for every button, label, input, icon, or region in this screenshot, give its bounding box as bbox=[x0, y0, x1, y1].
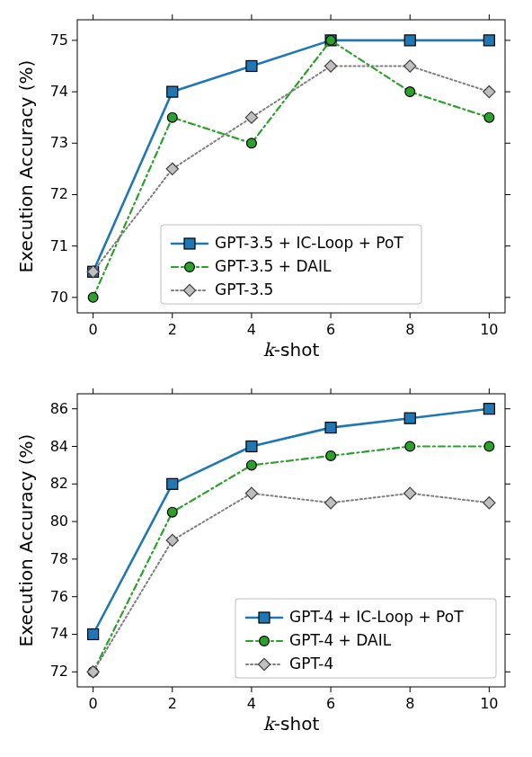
y-tick-label: 76 bbox=[50, 588, 68, 605]
x-tick-label: 0 bbox=[89, 321, 98, 338]
chart-bottom: 72747678808284860246810Execution Accurac… bbox=[13, 381, 519, 741]
x-tick-label: 0 bbox=[89, 695, 98, 712]
svg-rect-74 bbox=[246, 441, 257, 452]
svg-point-81 bbox=[326, 451, 336, 461]
y-axis-label: Execution Accuracy (%) bbox=[15, 60, 37, 273]
svg-rect-72 bbox=[88, 628, 99, 639]
svg-point-35 bbox=[405, 87, 415, 97]
svg-rect-26 bbox=[167, 86, 178, 97]
svg-rect-77 bbox=[483, 404, 494, 414]
svg-point-32 bbox=[167, 112, 177, 122]
x-tick-label: 4 bbox=[247, 695, 256, 712]
y-tick-label: 78 bbox=[50, 550, 68, 567]
svg-rect-27 bbox=[246, 60, 257, 71]
svg-rect-76 bbox=[404, 413, 415, 423]
legend-label: GPT-3.5 + IC-Loop + PoT bbox=[215, 234, 403, 252]
svg-rect-29 bbox=[404, 35, 415, 46]
svg-point-31 bbox=[88, 292, 98, 302]
x-tick-label: 10 bbox=[480, 321, 498, 338]
chart-svg: 72747678808284860246810Execution Accurac… bbox=[13, 381, 519, 741]
y-tick-label: 75 bbox=[50, 31, 68, 49]
svg-point-79 bbox=[167, 507, 177, 517]
svg-point-88 bbox=[260, 637, 270, 646]
y-tick-label: 86 bbox=[50, 400, 68, 417]
y-tick-label: 73 bbox=[50, 134, 68, 151]
y-tick-label: 80 bbox=[50, 512, 68, 530]
legend-label: GPT-4 + IC-Loop + PoT bbox=[289, 608, 464, 626]
y-tick-label: 74 bbox=[50, 625, 68, 642]
x-tick-label: 10 bbox=[480, 695, 498, 712]
x-tick-label: 8 bbox=[405, 321, 414, 338]
svg-point-41 bbox=[185, 263, 195, 272]
svg-point-82 bbox=[405, 441, 415, 451]
svg-rect-86 bbox=[259, 612, 270, 623]
svg-point-83 bbox=[484, 441, 494, 451]
page: 7071727374750246810Execution Accuracy (%… bbox=[0, 0, 532, 757]
y-tick-label: 74 bbox=[50, 83, 68, 100]
legend-label: GPT-3.5 + DAIL bbox=[215, 257, 332, 275]
x-tick-label: 6 bbox=[326, 695, 335, 712]
chart-svg: 7071727374750246810Execution Accuracy (%… bbox=[13, 7, 519, 367]
x-tick-label: 6 bbox=[326, 321, 335, 338]
svg-rect-39 bbox=[184, 238, 195, 249]
x-axis-label: k-shot bbox=[263, 713, 320, 735]
y-tick-label: 71 bbox=[50, 237, 68, 254]
svg-point-36 bbox=[484, 112, 494, 122]
x-tick-label: 2 bbox=[168, 695, 177, 712]
svg-rect-73 bbox=[167, 478, 178, 489]
y-tick-label: 70 bbox=[50, 289, 68, 306]
svg-point-34 bbox=[326, 35, 336, 45]
x-axis-label: k-shot bbox=[263, 339, 320, 361]
legend-label: GPT-3.5 bbox=[215, 281, 273, 298]
legend: GPT-4 + IC-Loop + PoTGPT-4 + DAILGPT-4 bbox=[235, 599, 496, 678]
x-tick-label: 2 bbox=[168, 321, 177, 338]
svg-rect-75 bbox=[325, 423, 336, 433]
legend-label: GPT-4 bbox=[289, 655, 333, 672]
y-tick-label: 82 bbox=[50, 475, 68, 492]
y-axis-label: Execution Accuracy (%) bbox=[15, 434, 37, 647]
legend: GPT-3.5 + IC-Loop + PoTGPT-3.5 + DAILGPT… bbox=[161, 225, 421, 304]
svg-rect-30 bbox=[483, 35, 494, 46]
y-tick-label: 72 bbox=[50, 663, 68, 680]
legend-label: GPT-4 + DAIL bbox=[289, 631, 392, 649]
chart-top: 7071727374750246810Execution Accuracy (%… bbox=[13, 7, 519, 367]
x-tick-label: 4 bbox=[247, 321, 256, 338]
svg-point-80 bbox=[247, 460, 257, 470]
y-tick-label: 84 bbox=[50, 438, 68, 455]
y-tick-label: 72 bbox=[50, 185, 68, 202]
svg-point-33 bbox=[247, 138, 257, 148]
x-tick-label: 8 bbox=[405, 695, 414, 712]
